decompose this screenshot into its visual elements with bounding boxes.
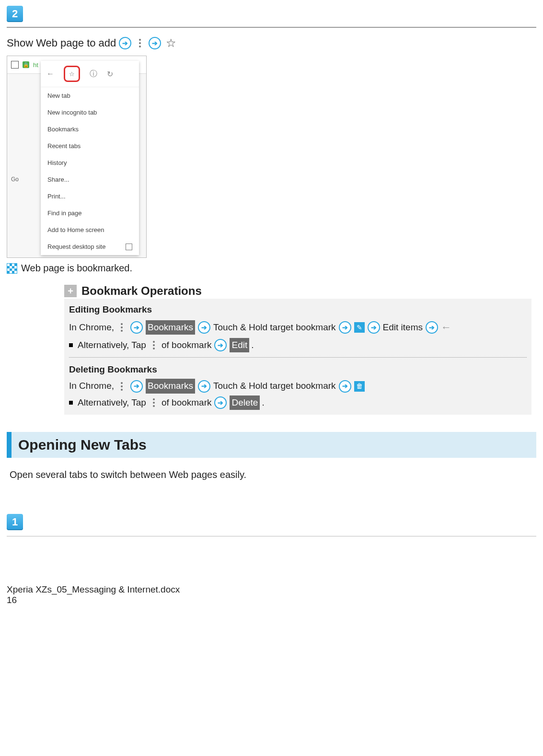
flag-icon <box>7 263 17 274</box>
bookmarks-button[interactable]: Bookmarks <box>146 379 195 393</box>
arrow-icon <box>198 380 210 393</box>
trash-icon <box>354 381 365 392</box>
arrow-icon <box>339 380 351 393</box>
menu-icon-row: ← ☆ ⓘ ↻ <box>41 61 139 87</box>
plus-icon: + <box>64 285 77 297</box>
text: Alternatively, Tap <box>78 395 146 410</box>
deleting-heading: Deleting Bookmarks <box>69 362 527 377</box>
dotted-divider <box>69 357 527 358</box>
deleting-steps: In Chrome, Bookmarks Touch & Hold target… <box>69 379 527 393</box>
arrow-icon <box>198 321 210 334</box>
period: . <box>262 395 264 410</box>
text: of bookmark <box>162 338 212 352</box>
arrow-icon <box>339 321 351 334</box>
lock-icon: 🔒 <box>23 61 29 68</box>
back-arrow-icon: ← <box>441 319 451 336</box>
text: Touch & Hold target bookmark <box>213 320 336 335</box>
menu-item: Share... <box>41 171 139 188</box>
text: Touch & Hold target bookmark <box>213 379 336 393</box>
refresh-icon: ↻ <box>107 70 113 79</box>
menu-item: Recent tabs <box>41 138 139 154</box>
menu-item-label: Request desktop site <box>47 243 105 250</box>
url-fragment: ht <box>33 61 38 69</box>
footer-page-number: 16 <box>7 595 536 605</box>
divider <box>7 536 536 536</box>
footer: Xperia XZs_05_Messaging & Internet.docx … <box>7 584 536 605</box>
bookmark-operations-block: + Bookmark Operations Editing Bookmarks … <box>64 284 531 415</box>
menu-item: Request desktop site <box>41 238 139 255</box>
delete-button[interactable]: Delete <box>230 395 260 410</box>
pencil-icon <box>354 322 365 333</box>
menu-item: New tab <box>41 87 139 104</box>
text: of bookmark <box>162 395 212 410</box>
arrow-icon <box>130 380 143 393</box>
edit-button[interactable]: Edit <box>230 338 249 352</box>
menu-item: New incognito tab <box>41 104 139 121</box>
info-icon: ⓘ <box>90 69 97 79</box>
operations-title: Bookmark Operations <box>81 284 202 298</box>
text: Edit items <box>383 320 423 335</box>
result-text: Web page is bookmarked. <box>21 263 132 274</box>
menu-item: Print... <box>41 188 139 205</box>
bg-text: Go <box>11 176 19 183</box>
more-vert-icon <box>119 381 125 392</box>
divider <box>7 27 536 28</box>
instruction-line: Show Web page to add ☆ <box>7 36 536 50</box>
home-icon <box>11 61 19 69</box>
text: In Chrome, <box>69 379 114 393</box>
text: In Chrome, <box>69 320 114 335</box>
arrow-icon <box>214 339 227 351</box>
arrow-icon <box>214 396 227 409</box>
menu-item: Bookmarks <box>41 121 139 138</box>
star-highlight-icon: ☆ <box>64 66 80 82</box>
more-vert-icon <box>137 38 143 48</box>
deleting-alt: Alternatively, Tap of bookmark Delete. <box>69 395 527 410</box>
chrome-menu-screenshot: 🔒 ht Go ← ☆ ⓘ ↻ New tab New incognito ta… <box>7 56 147 258</box>
section-body: Open several tabs to switch between Web … <box>10 469 536 480</box>
more-vert-icon <box>151 397 157 408</box>
arrow-icon <box>368 321 380 334</box>
bullet-icon <box>69 343 73 347</box>
bullet-icon <box>69 401 73 405</box>
result-line: Web page is bookmarked. <box>7 263 536 274</box>
arrow-icon <box>130 321 143 334</box>
instruction-text: Show Web page to add <box>7 37 116 49</box>
menu-item: History <box>41 154 139 171</box>
footer-filename: Xperia XZs_05_Messaging & Internet.docx <box>7 584 536 595</box>
text: Alternatively, Tap <box>78 338 146 352</box>
chrome-menu-panel: ← ☆ ⓘ ↻ New tab New incognito tab Bookma… <box>41 61 139 255</box>
section-heading: Opening New Tabs <box>7 432 536 458</box>
arrow-icon <box>426 321 438 334</box>
checkbox-icon <box>126 244 132 250</box>
back-arrow-icon: ← <box>46 70 54 78</box>
period: . <box>251 338 254 352</box>
editing-steps: In Chrome, Bookmarks Touch & Hold target… <box>69 319 527 336</box>
step-marker-2: 2 <box>7 6 23 22</box>
editing-alt: Alternatively, Tap of bookmark Edit. <box>69 338 527 352</box>
arrow-icon <box>119 37 131 49</box>
more-vert-icon <box>151 340 157 350</box>
menu-item: Add to Home screen <box>41 221 139 238</box>
menu-item: Find in page <box>41 205 139 221</box>
star-outline-icon: ☆ <box>166 36 176 50</box>
bookmarks-button[interactable]: Bookmarks <box>146 320 195 335</box>
more-vert-icon <box>119 322 125 333</box>
step-marker-1: 1 <box>7 514 23 530</box>
arrow-icon <box>149 37 161 49</box>
editing-heading: Editing Bookmarks <box>69 302 527 317</box>
